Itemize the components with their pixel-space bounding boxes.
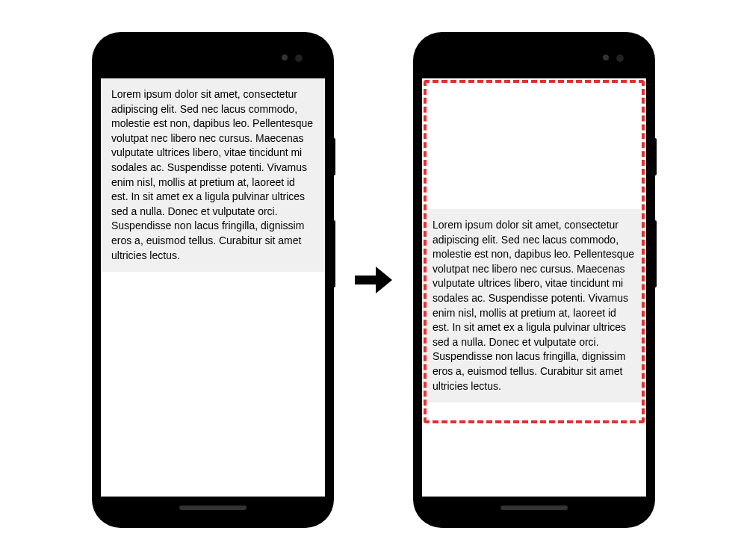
camera-sensor-icon	[616, 55, 624, 62]
camera-sensor-icon	[295, 55, 303, 62]
phone-frame: Lorem ipsum dolor sit amet, consectetur …	[101, 41, 325, 519]
phone-side-button	[332, 220, 335, 287]
camera-sensor-icon	[282, 55, 288, 60]
speaker-grille-icon	[500, 505, 568, 510]
phone-screen: Lorem ipsum dolor sit amet, consectetur …	[101, 78, 325, 497]
camera-sensor-icon	[603, 55, 609, 60]
phone-mockup-before: Lorem ipsum dolor sit amet, consectetur …	[93, 34, 332, 526]
content-text-block: Lorem ipsum dolor sit amet, consectetur …	[422, 209, 646, 402]
speaker-grille-icon	[179, 505, 247, 510]
phone-chin	[101, 497, 325, 519]
phone-side-button	[654, 138, 657, 175]
phone-mockup-after: Lorem ipsum dolor sit amet, consectetur …	[415, 34, 654, 526]
phone-side-button	[332, 138, 335, 175]
phone-status-bar	[101, 41, 325, 78]
content-text-block: Lorem ipsum dolor sit amet, consectetur …	[101, 78, 325, 272]
arrow-right-icon	[355, 261, 392, 299]
phone-status-bar	[422, 41, 646, 78]
phone-chin	[422, 497, 646, 519]
phone-screen: Lorem ipsum dolor sit amet, consectetur …	[422, 78, 646, 497]
phone-side-button	[654, 220, 657, 287]
phone-frame: Lorem ipsum dolor sit amet, consectetur …	[422, 41, 646, 519]
